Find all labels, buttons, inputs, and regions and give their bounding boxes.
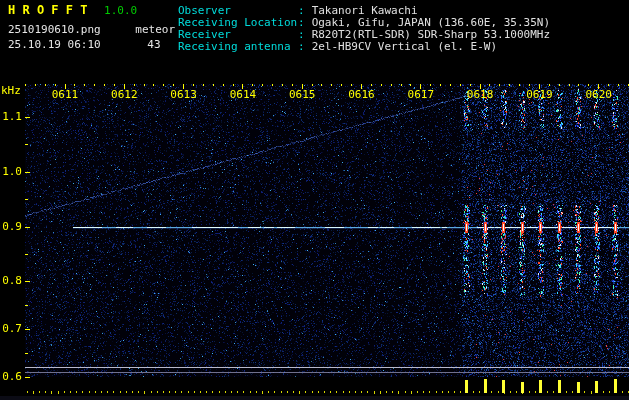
app-version: 1.0.0 — [104, 4, 137, 17]
x-tick-label: 0618 — [467, 89, 494, 101]
x-tick-label: 0619 — [526, 89, 553, 101]
x-tick-label: 0612 — [111, 89, 138, 101]
title-row: H R O F F T 1.0.0 — [8, 4, 175, 17]
hrofft-window: H R O F F T 1.0.0 2510190610.png meteor … — [0, 0, 629, 400]
x-tick-label: 0620 — [585, 89, 612, 101]
mode-label: meteor — [135, 23, 175, 36]
datetime: 25.10.19 06:10 — [8, 38, 101, 51]
app-title: H R O F F T — [8, 3, 87, 17]
info-row-antenna: Receiving antenna:2el-HB9CV Vertical (el… — [178, 41, 550, 53]
y-tick-label: 0.7 — [0, 323, 22, 335]
info-value: 2el-HB9CV Vertical (el. E-W) — [312, 40, 497, 53]
y-tick-label: 0.9 — [0, 221, 22, 233]
y-tick-label: 0.8 — [0, 275, 22, 287]
station-info: Observer:Takanori Kawachi Receiving Loca… — [178, 5, 550, 53]
x-tick-label: 0614 — [230, 89, 257, 101]
x-tick-label: 0615 — [289, 89, 316, 101]
filename: 2510190610.png — [8, 23, 101, 36]
x-tick-label: 0611 — [52, 89, 79, 101]
x-tick-label: 0616 — [348, 89, 375, 101]
header-left: H R O F F T 1.0.0 2510190610.png meteor … — [8, 4, 175, 51]
y-tick-label: 0.6 — [0, 371, 22, 383]
y-tick-label: 1.0 — [0, 166, 22, 178]
time-row: 25.10.19 06:10 43 — [8, 39, 175, 51]
header: H R O F F T 1.0.0 2510190610.png meteor … — [0, 0, 629, 84]
y-tick-label: 1.1 — [0, 111, 22, 123]
echo-count: 43 — [147, 38, 160, 51]
x-tick-label: 0617 — [408, 89, 435, 101]
info-colon: : — [298, 40, 305, 53]
y-axis-unit-label: kHz — [1, 85, 21, 97]
x-tick-label: 0613 — [170, 89, 197, 101]
file-row: 2510190610.png meteor — [8, 24, 175, 36]
info-label: Receiving antenna — [178, 41, 298, 53]
